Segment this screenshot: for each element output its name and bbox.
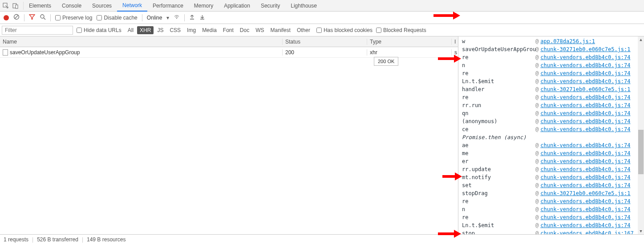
preserve-log-checkbox[interactable]: Preserve log	[55, 15, 92, 21]
tab-network[interactable]: Network	[117, 0, 147, 12]
stack-at: @	[535, 62, 539, 68]
stack-function: Ln.t.$emit	[462, 222, 535, 228]
stack-source-link[interactable]: chunk-30271eb0.e060c7e5.js:1	[540, 46, 630, 52]
filter-chip-doc[interactable]: Doc	[237, 26, 252, 34]
stack-frame: mt.notify@chunk-vendors.ebd8b4c0.js:74	[462, 173, 644, 181]
stack-source-link[interactable]: chunk-30271eb0.e060c7e5.js:1	[540, 86, 630, 92]
col-header-name[interactable]: Name	[0, 39, 283, 45]
request-name: saveOrUpdateUserAppGroup	[10, 49, 80, 56]
tab-memory[interactable]: Memory	[189, 0, 219, 12]
stack-source-link[interactable]: chunk-vendors.ebd8b4c0.js:74	[540, 54, 630, 60]
stack-at: @	[535, 222, 539, 228]
stack-source-link[interactable]: chunk-vendors.ebd8b4c0.js:74	[540, 70, 630, 76]
stack-at: @	[535, 166, 539, 172]
devtools-topbar: ElementsConsoleSourcesNetworkPerformance…	[0, 0, 644, 12]
col-header-status[interactable]: Status	[283, 39, 367, 45]
stack-frame: w@app.078da256.js:1	[462, 37, 644, 45]
filter-chip-manifest[interactable]: Manifest	[268, 26, 293, 34]
hide-data-urls-checkbox[interactable]: Hide data URLs	[77, 27, 122, 33]
upload-icon[interactable]	[189, 14, 195, 21]
stack-source-link[interactable]: chunk-vendors.ebd8b4c0.js:74	[540, 62, 630, 68]
filter-chip-xhr[interactable]: XHR	[137, 26, 154, 34]
stack-function: set	[462, 182, 535, 188]
filter-icon[interactable]	[29, 14, 35, 21]
stack-at: @	[535, 230, 539, 234]
stack-frame: (anonymous)@chunk-vendors.ebd8b4c0.js:74	[462, 117, 644, 125]
stack-source-link[interactable]: chunk-vendors.ebd8b4c0.js:74	[540, 222, 630, 228]
clear-icon[interactable]	[13, 14, 20, 21]
stack-frame: qn@chunk-vendors.ebd8b4c0.js:74	[462, 109, 644, 117]
search-icon[interactable]	[40, 14, 46, 21]
stack-frame: er@chunk-vendors.ebd8b4c0.js:74	[462, 157, 644, 165]
inspect-icon[interactable]	[2, 2, 10, 10]
stack-source-link[interactable]: chunk-vendors.ebd8b4c0.js:74	[540, 198, 630, 204]
stack-source-link[interactable]: chunk-vendors.ebd8b4c0.js:74	[540, 110, 630, 116]
stack-source-link[interactable]: chunk-vendors.ebd8b4c0.js:74	[540, 174, 630, 180]
stack-source-link[interactable]: chunk-vendors.ebd8b4c0.js:74	[540, 94, 630, 100]
stack-function: qn	[462, 110, 535, 116]
stack-source-link[interactable]: chunk-vendors.ebd8b4c0.js:74	[540, 182, 630, 188]
tab-console[interactable]: Console	[57, 0, 87, 12]
stack-function: rr.run	[462, 102, 535, 108]
filter-chip-img[interactable]: Img	[184, 26, 198, 34]
filter-chip-css[interactable]: CSS	[167, 26, 183, 34]
scrollbar[interactable]: ▲ ▼	[638, 36, 644, 234]
tab-elements[interactable]: Elements	[24, 0, 57, 12]
stack-source-link[interactable]: chunk-vendors.ebd8b4c0.js:74	[540, 158, 630, 164]
stack-source-link[interactable]: chunk-vendors.ebd8b4c0.js:74	[540, 150, 630, 156]
chevron-down-icon[interactable]: ▾	[166, 15, 169, 21]
stack-at: @	[535, 150, 539, 156]
tab-lighthouse[interactable]: Lighthouse	[285, 0, 322, 12]
stack-function: (anonymous)	[462, 118, 535, 124]
filter-chip-other[interactable]: Other	[294, 26, 313, 34]
stack-function: w	[462, 38, 535, 44]
stack-source-link[interactable]: chunk-vendors.ebd8b4c0.js:74	[540, 214, 630, 220]
tab-sources[interactable]: Sources	[87, 0, 117, 12]
filter-chip-font[interactable]: Font	[220, 26, 236, 34]
stack-at: @	[535, 182, 539, 188]
filter-bar: Hide data URLs AllXHRJSCSSImgMediaFontDo…	[0, 24, 644, 36]
stack-frame: re@chunk-vendors.ebd8b4c0.js:74	[462, 53, 644, 61]
request-type: xhr	[367, 49, 452, 56]
filter-chip-all[interactable]: All	[125, 26, 136, 34]
tab-application[interactable]: Application	[219, 0, 255, 12]
stack-source-link[interactable]: chunk-vendors.ebd8b4c0.js:74	[540, 118, 630, 124]
stack-source-link[interactable]: chunk-vendors.ebd8b4c0.js:74	[540, 206, 630, 212]
wifi-icon[interactable]	[174, 14, 180, 21]
stack-source-link[interactable]: chunk-vendors.ebd8b4c0.js:74	[540, 142, 630, 148]
stack-source-link[interactable]: chunk-30271eb0.e060c7e5.js:1	[540, 190, 630, 196]
tab-security[interactable]: Security	[255, 0, 285, 12]
svg-line-6	[44, 18, 45, 20]
filter-chip-ws[interactable]: WS	[253, 26, 267, 34]
tab-performance[interactable]: Performance	[147, 0, 189, 12]
disable-cache-checkbox[interactable]: Disable cache	[97, 15, 137, 21]
scroll-down-icon[interactable]: ▼	[638, 228, 644, 234]
filter-chip-media[interactable]: Media	[199, 26, 219, 34]
filter-chip-js[interactable]: JS	[154, 26, 166, 34]
col-header-type[interactable]: Type	[367, 39, 452, 45]
scroll-up-icon[interactable]: ▲	[638, 36, 644, 43]
status-transferred: 526 B transferred	[37, 236, 78, 243]
table-row[interactable]: saveOrUpdateUserAppGroup 200 xhr s 200 O…	[0, 47, 458, 58]
stack-at: @	[535, 54, 539, 60]
blocked-requests-checkbox[interactable]: Blocked Requests	[376, 27, 426, 33]
stack-source-link[interactable]: chunk-vendors.ebd8b4c0.js:74	[540, 78, 630, 84]
stack-source-link[interactable]: chunk-vendors.ebd8b4c0.js:167	[540, 230, 634, 234]
download-icon[interactable]	[199, 14, 205, 21]
filter-input[interactable]	[2, 26, 73, 35]
stack-source-link[interactable]: chunk-vendors.ebd8b4c0.js:74	[540, 102, 630, 108]
stack-source-link[interactable]: chunk-vendors.ebd8b4c0.js:74	[540, 166, 630, 172]
record-button[interactable]	[4, 15, 9, 20]
col-header-initiator[interactable]: I	[452, 39, 458, 45]
stack-source-link[interactable]: chunk-vendors.ebd8b4c0.js:74	[540, 126, 630, 132]
stack-function: rr.update	[462, 166, 535, 172]
network-grid: Name Status Type I saveOrUpdateUserAppGr…	[0, 36, 458, 234]
device-toggle-icon[interactable]	[12, 2, 20, 10]
stack-source-link[interactable]: app.078da256.js:1	[540, 38, 595, 44]
stack-function: re	[462, 214, 535, 220]
scrollbar-thumb[interactable]	[638, 130, 644, 174]
throttling-select[interactable]: Online	[147, 15, 162, 21]
stack-frame: rr.run@chunk-vendors.ebd8b4c0.js:74	[462, 101, 644, 109]
stack-function: mt.notify	[462, 174, 535, 180]
has-blocked-cookies-checkbox[interactable]: Has blocked cookies	[316, 27, 373, 33]
